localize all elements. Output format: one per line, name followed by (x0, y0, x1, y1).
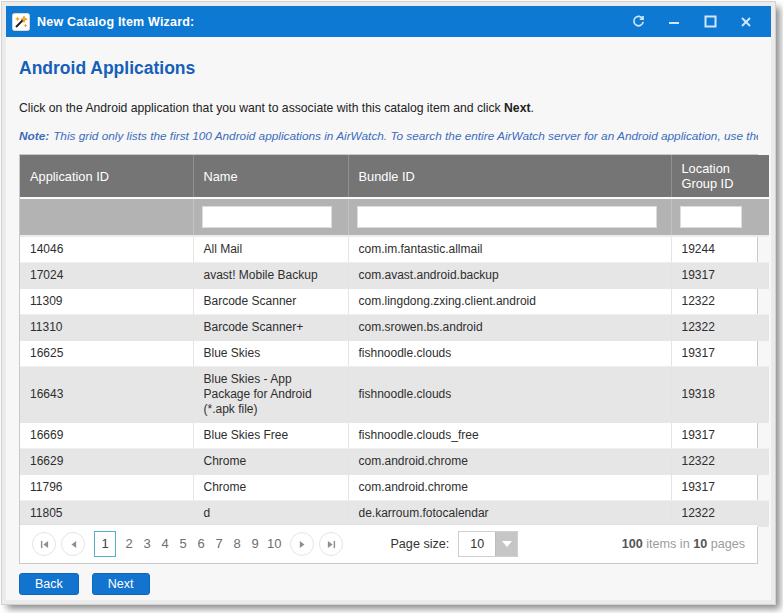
table-row[interactable]: 17024 avast! Mobile Backup com.avast.and… (20, 263, 769, 289)
cell-bundle-id[interactable]: de.karroum.fotocalendar (348, 501, 671, 527)
title-bar: New Catalog Item Wizard: (6, 6, 771, 37)
cell-name[interactable]: Blue Skies Free (193, 423, 348, 449)
page-number-current[interactable]: 1 (94, 531, 116, 557)
column-header-bundle-id[interactable]: Bundle ID (348, 155, 671, 198)
cell-name[interactable]: Blue Skies - App Package for Android (*.… (193, 367, 348, 423)
applications-grid: Application ID Name Bundle ID Location G… (19, 154, 758, 564)
cell-name[interactable]: Chrome (193, 449, 348, 475)
dropdown-arrow-icon[interactable] (495, 532, 517, 556)
page-number[interactable]: 10 (264, 532, 284, 556)
cell-location-group-id[interactable]: 19244 (671, 236, 769, 263)
cell-bundle-id[interactable]: com.avast.android.backup (348, 263, 671, 289)
table-row[interactable]: 16629 Chrome com.android.chrome 12322 (20, 449, 769, 475)
page-title: Android Applications (19, 58, 758, 79)
cell-location-group-id[interactable]: 19317 (671, 341, 769, 367)
back-button[interactable]: Back (19, 573, 79, 595)
cell-bundle-id[interactable]: com.android.chrome (348, 475, 671, 501)
cell-location-group-id[interactable]: 12322 (671, 289, 769, 315)
table-row[interactable]: 16625 Blue Skies fishnoodle.clouds 19317 (20, 341, 769, 367)
refresh-icon[interactable] (623, 10, 653, 34)
cell-name[interactable]: d (193, 501, 348, 527)
cell-bundle-id[interactable]: fishnoodle.clouds_free (348, 423, 671, 449)
table-row[interactable]: 14046 All Mail com.im.fantastic.allmail … (20, 236, 769, 263)
page-size-dropdown[interactable]: 10 (458, 531, 518, 557)
pages-count: 10 (693, 537, 707, 551)
page-number[interactable]: 8 (228, 532, 246, 556)
cell-location-group-id[interactable]: 12322 (671, 315, 769, 341)
instruction-next-emphasis: Next (504, 101, 530, 115)
last-page-icon[interactable] (319, 532, 343, 556)
close-icon[interactable] (731, 10, 761, 34)
instruction-before: Click on the Android application that yo… (19, 101, 504, 115)
wizard-app-icon (12, 13, 30, 31)
first-page-icon[interactable] (32, 532, 56, 556)
page-number[interactable]: 9 (246, 532, 264, 556)
table-row[interactable]: 16669 Blue Skies Free fishnoodle.clouds_… (20, 423, 769, 449)
applications-table: Application ID Name Bundle ID Location G… (20, 155, 769, 527)
maximize-icon[interactable] (695, 10, 725, 34)
cell-bundle-id[interactable]: fishnoodle.clouds (348, 367, 671, 423)
prev-page-icon[interactable] (61, 532, 85, 556)
pager-bar: 1 2 3 4 5 6 7 8 9 10 Pa (20, 524, 757, 563)
cell-application-id[interactable]: 16625 (20, 341, 193, 367)
cell-bundle-id[interactable]: com.im.fantastic.allmail (348, 236, 671, 263)
column-header-location-group-id[interactable]: Location Group ID (671, 155, 769, 198)
table-row[interactable]: 16643 Blue Skies - App Package for Andro… (20, 367, 769, 423)
cell-application-id[interactable]: 14046 (20, 236, 193, 263)
cell-location-group-id[interactable]: 12322 (671, 449, 769, 475)
filter-cell-application-id (20, 198, 193, 236)
table-row[interactable]: 11796 Chrome com.android.chrome 19317 (20, 475, 769, 501)
cell-name[interactable]: Chrome (193, 475, 348, 501)
cell-location-group-id[interactable]: 19318 (671, 367, 769, 423)
cell-application-id[interactable]: 16643 (20, 367, 193, 423)
cell-bundle-id[interactable]: com.android.chrome (348, 449, 671, 475)
note-label: Note: (19, 129, 49, 143)
summary-mid-text: items in (643, 537, 693, 551)
wizard-window: New Catalog Item Wizard: Android Applica… (2, 2, 775, 604)
bundle-id-filter-input[interactable] (357, 206, 657, 228)
instruction-text: Click on the Android application that yo… (19, 101, 758, 115)
cell-application-id[interactable]: 11309 (20, 289, 193, 315)
page-number[interactable]: 6 (192, 532, 210, 556)
cell-application-id[interactable]: 16629 (20, 449, 193, 475)
page-number[interactable]: 7 (210, 532, 228, 556)
page-number[interactable]: 2 (120, 532, 138, 556)
cell-location-group-id[interactable]: 19317 (671, 475, 769, 501)
pager-summary: 100 items in 10 pages (622, 537, 745, 551)
cell-location-group-id[interactable]: 19317 (671, 263, 769, 289)
next-button[interactable]: Next (92, 573, 150, 595)
cell-name[interactable]: Barcode Scanner+ (193, 315, 348, 341)
table-row[interactable]: 11805 d de.karroum.fotocalendar 12322 (20, 501, 769, 527)
page-number[interactable]: 3 (138, 532, 156, 556)
instruction-after: . (530, 101, 533, 115)
cell-application-id[interactable]: 11796 (20, 475, 193, 501)
cell-name[interactable]: Barcode Scanner (193, 289, 348, 315)
next-page-icon[interactable] (290, 532, 314, 556)
cell-bundle-id[interactable]: com.lingdong.zxing.client.android (348, 289, 671, 315)
note-text: Note:This grid only lists the first 100 … (19, 129, 758, 143)
column-header-application-id[interactable]: Application ID (20, 155, 193, 198)
location-group-id-filter-input[interactable] (680, 206, 742, 228)
page-number[interactable]: 5 (174, 532, 192, 556)
wizard-content: Android Applications Click on the Androi… (6, 37, 771, 600)
cell-location-group-id[interactable]: 12322 (671, 501, 769, 527)
items-count: 100 (622, 537, 643, 551)
minimize-icon[interactable] (659, 10, 689, 34)
cell-application-id[interactable]: 17024 (20, 263, 193, 289)
cell-application-id[interactable]: 11805 (20, 501, 193, 527)
cell-application-id[interactable]: 11310 (20, 315, 193, 341)
grid-header-row: Application ID Name Bundle ID Location G… (20, 155, 769, 198)
column-header-name[interactable]: Name (193, 155, 348, 198)
table-row[interactable]: 11309 Barcode Scanner com.lingdong.zxing… (20, 289, 769, 315)
page-size-label: Page size: (390, 537, 449, 551)
cell-name[interactable]: All Mail (193, 236, 348, 263)
cell-location-group-id[interactable]: 19317 (671, 423, 769, 449)
page-number[interactable]: 4 (156, 532, 174, 556)
cell-bundle-id[interactable]: com.srowen.bs.android (348, 315, 671, 341)
cell-name[interactable]: Blue Skies (193, 341, 348, 367)
cell-bundle-id[interactable]: fishnoodle.clouds (348, 341, 671, 367)
table-row[interactable]: 11310 Barcode Scanner+ com.srowen.bs.and… (20, 315, 769, 341)
name-filter-input[interactable] (202, 206, 332, 228)
cell-name[interactable]: avast! Mobile Backup (193, 263, 348, 289)
cell-application-id[interactable]: 16669 (20, 423, 193, 449)
